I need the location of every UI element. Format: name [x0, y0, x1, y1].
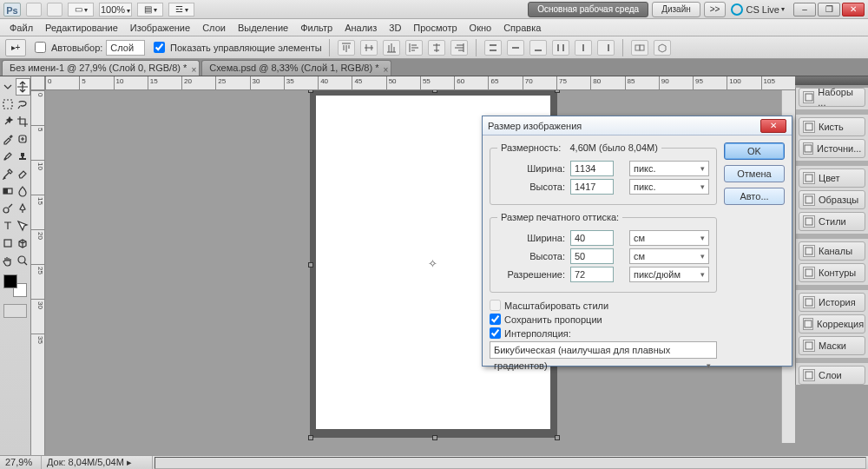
3d-mode-icon[interactable]: [654, 40, 671, 56]
align-hcenter-icon[interactable]: [428, 40, 445, 56]
distribute-vcenter-icon[interactable]: [507, 40, 524, 56]
print-height-unit-select[interactable]: см: [629, 248, 709, 264]
menu-window[interactable]: Окно: [464, 23, 498, 33]
distribute-bottom-icon[interactable]: [529, 40, 547, 56]
panel-tab[interactable]: Каналы: [799, 241, 865, 261]
auto-button[interactable]: Авто...: [724, 188, 785, 205]
menu-image[interactable]: Изображение: [124, 23, 196, 33]
heal-tool[interactable]: [16, 130, 31, 148]
workspace-more-button[interactable]: >>: [704, 2, 727, 17]
distribute-left-icon[interactable]: [552, 40, 569, 56]
panel-tab[interactable]: Источни...: [799, 139, 865, 158]
menu-view[interactable]: Просмотр: [407, 23, 463, 33]
dock-grip-icon[interactable]: [795, 76, 868, 85]
path-tool[interactable]: [16, 217, 31, 234]
shape-tool[interactable]: [0, 234, 16, 252]
hand-tool[interactable]: [0, 252, 16, 269]
panel-tab[interactable]: Цвет: [799, 168, 865, 188]
print-height-input[interactable]: [570, 248, 614, 264]
quick-mask-toggle[interactable]: [3, 304, 27, 318]
transform-handle[interactable]: [308, 262, 313, 268]
pen-tool[interactable]: [16, 200, 31, 217]
resize-grip-icon[interactable]: [857, 458, 867, 468]
zoom-tool[interactable]: [16, 252, 31, 269]
autoselect-target-select[interactable]: Слой: [106, 40, 145, 56]
ok-button[interactable]: OK: [724, 142, 785, 160]
menu-help[interactable]: Справка: [497, 23, 547, 33]
show-transform-controls-checkbox[interactable]: [154, 42, 165, 53]
panel-tab[interactable]: Образцы: [799, 190, 865, 209]
wand-tool[interactable]: [0, 113, 16, 130]
autoselect-checkbox[interactable]: [35, 42, 46, 53]
bridge-icon[interactable]: [26, 3, 42, 17]
px-height-unit-select[interactable]: пикс.: [629, 179, 709, 195]
eraser-tool[interactable]: [16, 165, 31, 182]
align-top-icon[interactable]: [338, 40, 355, 56]
arrange-button[interactable]: ▤▾: [137, 3, 163, 17]
transform-handle[interactable]: [555, 90, 560, 93]
panel-tab[interactable]: Коррекция: [799, 314, 865, 334]
stamp-tool[interactable]: [16, 148, 31, 165]
print-width-input[interactable]: [570, 230, 614, 246]
close-icon[interactable]: ×: [191, 63, 196, 77]
panel-tab[interactable]: История: [799, 293, 865, 312]
menu-layers[interactable]: Слои: [196, 23, 232, 33]
auto-align-icon[interactable]: [631, 40, 648, 56]
menu-file[interactable]: Файл: [3, 23, 39, 33]
lasso-tool[interactable]: [16, 96, 31, 113]
transform-handle[interactable]: [432, 435, 437, 440]
distribute-right-icon[interactable]: [597, 40, 615, 56]
dodge-tool[interactable]: [0, 200, 16, 217]
cs-live-button[interactable]: CS Live▾: [731, 3, 785, 16]
panel-tab[interactable]: Маски: [799, 336, 865, 355]
ruler-horizontal[interactable]: 0510152025303540455055606570758085909510…: [45, 76, 795, 90]
transform-handle[interactable]: [555, 435, 560, 440]
menu-edit[interactable]: Редактирование: [39, 23, 124, 33]
panel-tab[interactable]: Наборы ...: [799, 88, 865, 107]
distribute-top-icon[interactable]: [484, 40, 502, 56]
interpolation-method-select[interactable]: Бикубическая (наилучшая для плавных град…: [490, 341, 717, 359]
constrain-proportions-checkbox[interactable]: [490, 314, 501, 325]
history-brush-tool[interactable]: [0, 165, 16, 182]
zoom-select[interactable]: 100%▾: [99, 3, 132, 17]
close-icon[interactable]: ×: [384, 63, 389, 77]
dialog-close-button[interactable]: ✕: [760, 119, 786, 133]
move-tool[interactable]: [16, 78, 31, 96]
window-minimize-button[interactable]: –: [793, 3, 816, 17]
scrollbar-horizontal[interactable]: [155, 457, 866, 469]
crop-tool[interactable]: [16, 113, 31, 130]
panel-tab[interactable]: Слои: [799, 366, 865, 385]
panel-tab[interactable]: Кисть: [799, 117, 865, 136]
print-width-unit-select[interactable]: см: [629, 230, 709, 246]
menu-filter[interactable]: Фильтр: [294, 23, 339, 33]
document-tab[interactable]: Схема.psd @ 8,33% (Слой 1, RGB/8) *×: [201, 60, 391, 76]
distribute-hcenter-icon[interactable]: [575, 40, 592, 56]
px-height-input[interactable]: [570, 179, 614, 195]
menu-select[interactable]: Выделение: [232, 23, 294, 33]
transform-handle[interactable]: [308, 90, 313, 93]
status-zoom[interactable]: 27,9%: [0, 456, 42, 469]
workspace-primary-button[interactable]: Основная рабочая среда: [528, 2, 648, 17]
px-width-input[interactable]: [570, 161, 614, 176]
collapse-icon[interactable]: [0, 78, 16, 96]
status-docsize[interactable]: Док: 8,04M/5,04M ▸: [42, 456, 153, 469]
eyedropper-tool[interactable]: [0, 130, 16, 148]
workspace-secondary-button[interactable]: Дизайн: [652, 2, 700, 17]
align-right-icon[interactable]: [450, 40, 468, 56]
align-left-icon[interactable]: [405, 40, 423, 56]
panel-tab[interactable]: Стили: [799, 212, 865, 231]
extras-button[interactable]: ☲▾: [168, 3, 194, 17]
document-tab[interactable]: Без имени-1 @ 27,9% (Слой 0, RGB/8) *×: [2, 60, 200, 76]
move-tool-preset-icon[interactable]: ▸+: [5, 39, 26, 56]
resolution-input[interactable]: [570, 267, 614, 282]
transform-handle[interactable]: [308, 435, 313, 440]
menu-3d[interactable]: 3D: [383, 23, 407, 33]
ruler-vertical[interactable]: 05101520253035: [31, 90, 45, 455]
ruler-origin[interactable]: [31, 76, 45, 90]
blur-tool[interactable]: [16, 182, 31, 200]
brush-tool[interactable]: [0, 148, 16, 165]
3d-tool[interactable]: [16, 234, 31, 252]
menu-analysis[interactable]: Анализ: [339, 23, 383, 33]
transform-handle[interactable]: [432, 90, 437, 93]
dialog-titlebar[interactable]: Размер изображения ✕: [483, 116, 792, 135]
